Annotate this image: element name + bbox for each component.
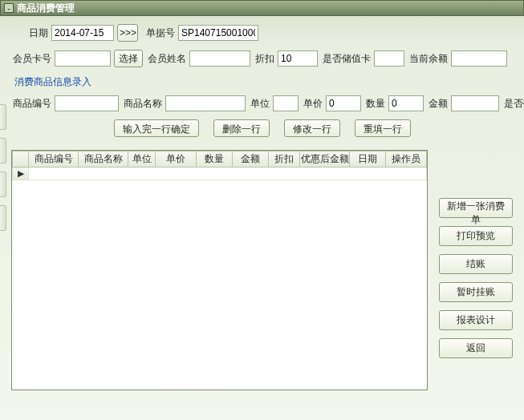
- back-button[interactable]: 返回: [439, 338, 513, 358]
- section-title: 消费商品信息录入: [14, 75, 513, 89]
- item-name-label: 商品名称: [124, 97, 162, 111]
- edge-tab[interactable]: [0, 104, 6, 130]
- price-input[interactable]: [326, 95, 361, 111]
- new-bill-button[interactable]: 新增一张消费单: [439, 198, 513, 218]
- form-area: 日期 >>> 单据号 会员卡号 选择 会员姓名 折扣 是否储值卡 当前余额 消费…: [0, 16, 524, 150]
- table-column-header[interactable]: 折扣: [268, 151, 299, 168]
- side-button-panel: 新增一张消费单 打印预览 结账 暂时挂账 报表设计 返回: [439, 198, 513, 390]
- table-column-header[interactable]: 商品名称: [79, 151, 128, 168]
- qty-input[interactable]: [388, 95, 424, 111]
- date-input[interactable]: [51, 25, 114, 41]
- code-input[interactable]: [55, 95, 119, 111]
- grid-scroll[interactable]: 商品编号商品名称单位单价数量金额折扣优惠后金额日期操作员 ▶: [12, 151, 427, 390]
- table-header-row: 商品编号商品名称单位单价数量金额折扣优惠后金额日期操作员: [13, 151, 427, 168]
- order-no-input[interactable]: [178, 25, 258, 41]
- discounted-label: 是否打折: [504, 97, 524, 111]
- table-column-header[interactable]: 日期: [350, 151, 386, 168]
- name-label: 会员姓名: [148, 52, 186, 66]
- row-header-corner: [13, 151, 29, 168]
- discount-input[interactable]: [278, 50, 318, 67]
- date-next-button[interactable]: >>>: [117, 24, 138, 42]
- table-column-header[interactable]: 单位: [128, 151, 156, 168]
- date-label: 日期: [29, 26, 48, 40]
- hold-button[interactable]: 暂时挂账: [439, 282, 513, 302]
- table-column-header[interactable]: 商品编号: [29, 151, 79, 168]
- table-column-header[interactable]: 优惠后金额: [300, 151, 350, 168]
- grid-container: 商品编号商品名称单位单价数量金额折扣优惠后金额日期操作员 ▶: [11, 150, 428, 390]
- delete-line-button[interactable]: 删除一行: [213, 119, 270, 137]
- edge-tab[interactable]: [0, 138, 6, 164]
- table-column-header[interactable]: 操作员: [386, 151, 427, 168]
- stored-label: 是否储值卡: [323, 52, 371, 66]
- stored-input[interactable]: [374, 50, 404, 67]
- name-input[interactable]: [189, 50, 250, 67]
- modify-line-button[interactable]: 修改一行: [284, 119, 340, 137]
- print-preview-button[interactable]: 打印预览: [439, 226, 513, 246]
- table-column-header[interactable]: 金额: [232, 151, 268, 168]
- row-pointer-icon: ▶: [13, 168, 29, 180]
- confirm-line-button[interactable]: 输入完一行确定: [114, 119, 199, 137]
- amount-label: 金额: [429, 97, 448, 111]
- code-label: 商品编号: [13, 97, 51, 111]
- order-no-label: 单据号: [146, 26, 175, 40]
- item-name-input[interactable]: [165, 95, 246, 111]
- qty-label: 数量: [366, 97, 385, 111]
- edge-tab[interactable]: [0, 205, 6, 231]
- balance-input[interactable]: [451, 50, 507, 67]
- settle-button[interactable]: 结账: [439, 254, 513, 274]
- table-row[interactable]: ▶: [13, 168, 427, 180]
- table-column-header[interactable]: 数量: [196, 151, 232, 168]
- balance-label: 当前余额: [409, 52, 448, 66]
- price-label: 单价: [303, 97, 323, 111]
- discount-label: 折扣: [255, 52, 274, 66]
- unit-label: 单位: [250, 97, 270, 111]
- report-design-button[interactable]: 报表设计: [439, 310, 513, 330]
- lower-area: 商品编号商品名称单位单价数量金额折扣优惠后金额日期操作员 ▶ 新增一张消费单 打…: [0, 150, 524, 398]
- window-title: 商品消费管理: [17, 2, 75, 15]
- edge-tab[interactable]: [0, 172, 6, 197]
- table-column-header[interactable]: 单价: [155, 151, 196, 168]
- unit-input[interactable]: [273, 95, 299, 111]
- select-button[interactable]: 选择: [114, 50, 143, 67]
- section-title-text: 消费商品信息录入: [14, 76, 91, 87]
- minimize-icon[interactable]: -: [4, 3, 14, 13]
- line-action-row: 输入完一行确定 删除一行 修改一行 重填一行: [11, 119, 513, 137]
- card-input[interactable]: [55, 50, 111, 67]
- items-table: 商品编号商品名称单位单价数量金额折扣优惠后金额日期操作员 ▶: [12, 151, 427, 180]
- amount-input[interactable]: [451, 95, 499, 111]
- left-edge-tabs: [0, 104, 8, 231]
- empty-cell: [29, 168, 427, 180]
- redo-line-button[interactable]: 重填一行: [355, 119, 411, 137]
- window-titlebar: - 商品消费管理: [0, 0, 524, 16]
- card-label: 会员卡号: [13, 52, 51, 66]
